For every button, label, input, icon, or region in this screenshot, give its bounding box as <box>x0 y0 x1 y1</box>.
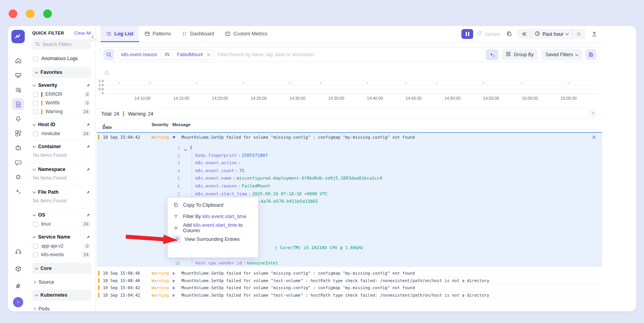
nav-rum-icon[interactable] <box>12 156 24 168</box>
no-items-label: No Items Found <box>32 151 91 161</box>
time-back-button[interactable] <box>518 29 531 39</box>
nav-ai-assist-icon[interactable] <box>12 185 24 197</box>
user-avatar[interactable] <box>13 297 23 307</box>
filter-group-header[interactable]: Severity <box>32 80 91 90</box>
nav-infrastructure-icon[interactable] <box>12 69 24 81</box>
filter-group-header[interactable]: Service Name <box>32 232 91 242</box>
x-axis-tick: 14:30:00 <box>289 96 306 101</box>
pin-icon[interactable] <box>86 83 90 88</box>
pause-button[interactable] <box>461 29 473 39</box>
nav-home-icon[interactable] <box>12 55 24 66</box>
filter-search-box[interactable] <box>32 39 91 50</box>
filter-chip[interactable]: k8s.event.reason IN FailedMount <box>117 50 214 60</box>
query-search-icon[interactable] <box>103 49 114 60</box>
log-row[interactable]: 10 Sep 15:08:46WarningMountVolume.SetUp … <box>97 277 602 284</box>
menu-item-add-k8s-event-start-time-to-column[interactable]: Add k8s.event.start_time to Column <box>168 222 258 233</box>
update-button[interactable]: Update <box>477 31 500 37</box>
anomalous-logs-row[interactable]: Anomalous Logs <box>32 53 91 65</box>
filter-group-header[interactable]: File Path <box>32 187 91 197</box>
filter-option-checkbox[interactable] <box>33 109 38 114</box>
filter-option-checkbox[interactable] <box>33 92 38 97</box>
pin-icon[interactable] <box>86 167 90 172</box>
expand-row-icon[interactable] <box>173 286 175 290</box>
saved-filters-dropdown[interactable]: Saved Filters <box>541 49 582 60</box>
collapse-row-icon[interactable] <box>172 136 176 139</box>
log-message: MountVolume.SetUp failed for volume "tes… <box>181 293 489 297</box>
menu-item-copy-to-clipboard[interactable]: Copy To Clipboard <box>168 199 258 211</box>
section-bar-kubernetes[interactable]: Kubernetes <box>32 290 91 301</box>
close-window-button[interactable] <box>9 9 17 18</box>
tab-patterns[interactable]: Patterns <box>139 26 177 42</box>
column-header-date[interactable]: Date <box>102 122 106 127</box>
expand-row-icon[interactable] <box>173 272 175 275</box>
nav-logs-icon[interactable] <box>12 98 24 110</box>
filter-group-header[interactable]: Namespace <box>32 164 91 174</box>
expand-row-icon[interactable] <box>173 279 175 283</box>
pin-icon[interactable] <box>86 190 90 195</box>
nav-settings-icon[interactable] <box>12 280 24 292</box>
nav-advanced-settings-icon[interactable] <box>12 171 24 183</box>
nav-support-icon[interactable] <box>12 246 24 257</box>
filter-option-warning[interactable]: Warning24 <box>32 107 91 116</box>
section-bar-core[interactable]: Core <box>32 263 91 274</box>
filter-option-error[interactable]: ERROR0 <box>32 90 91 99</box>
help-button[interactable]: ? <box>590 111 596 117</box>
filter-option-checkbox[interactable] <box>33 252 38 257</box>
filter-group-header[interactable]: OS <box>32 210 91 220</box>
time-range-dropdown[interactable]: Past hour <box>531 29 572 39</box>
nav-log-search-icon[interactable] <box>12 84 24 95</box>
clear-all-link[interactable]: Clear All <box>74 31 91 35</box>
filter-group-header[interactable]: Host ID <box>32 119 91 129</box>
filter-option-k8s-events[interactable]: k8s-events24 <box>32 250 91 259</box>
filter-option-checkbox[interactable] <box>33 222 38 227</box>
filter-option-linux[interactable]: linux24 <box>32 220 91 228</box>
search-filters-input[interactable] <box>42 42 86 47</box>
minimize-window-button[interactable] <box>26 9 35 18</box>
ai-query-button[interactable] <box>486 49 498 60</box>
maximize-window-button[interactable] <box>43 9 52 18</box>
tab-custom-metrics[interactable]: Custom Metrics <box>220 26 273 42</box>
filter-chip-remove-icon[interactable] <box>206 53 214 57</box>
log-row[interactable]: 10 Sep 15:04:42WarningMountVolume.SetUp … <box>97 284 602 292</box>
expand-row-icon[interactable] <box>173 294 175 297</box>
nav-synthetic-bot-icon[interactable] <box>12 142 24 154</box>
close-expanded-icon[interactable] <box>591 134 597 140</box>
collapsed-section-source[interactable]: Source <box>32 276 91 288</box>
log-row[interactable]: 10 Sep 15:08:46WarningMountVolume.SetUp … <box>97 270 602 277</box>
tab-log-list[interactable]: Log List <box>101 26 139 42</box>
column-header-message[interactable]: Message <box>172 122 190 127</box>
pin-icon[interactable] <box>86 123 90 127</box>
filter-option-checkbox[interactable] <box>33 244 38 249</box>
tab-dashboard[interactable]: Dashboard <box>176 26 220 42</box>
filter-option-warn[interactable]: WARN0 <box>32 99 91 107</box>
info-icon[interactable] <box>104 70 109 77</box>
filter-option-checkbox[interactable] <box>33 131 38 136</box>
search-icon <box>35 41 40 48</box>
column-header-severity[interactable]: Severity <box>152 122 168 127</box>
time-forward-button[interactable] <box>573 29 585 39</box>
log-search-input[interactable] <box>217 52 483 57</box>
section-bar-favorites[interactable]: Favorites <box>32 67 91 78</box>
expanded-log-row[interactable]: 10 Sep 15:04:42 Warning MountVolume.SetU… <box>97 133 602 142</box>
nav-install-icon[interactable] <box>12 263 24 275</box>
pin-icon[interactable] <box>86 145 90 149</box>
filter-group-header[interactable]: Container <box>32 141 91 151</box>
sidebar-collapse-button[interactable] <box>89 33 97 40</box>
copy-view-button[interactable] <box>504 29 514 39</box>
menu-item-view-surrounding-entries[interactable]: View Surrounding Entries <box>168 233 258 245</box>
filter-option-minikube[interactable]: minikube24 <box>32 129 91 138</box>
menu-item-filter-by-k8s-event-start-time[interactable]: Filter By k8s.event.start_time <box>168 211 258 222</box>
pin-icon[interactable] <box>86 235 90 239</box>
middleware-logo[interactable] <box>11 30 25 43</box>
log-row[interactable]: 10 Sep 15:04:42WarningMountVolume.SetUp … <box>97 292 602 299</box>
nav-dashboard-builder-icon[interactable] <box>12 127 24 139</box>
nav-alerts-icon[interactable] <box>12 113 24 125</box>
filter-option-checkbox[interactable] <box>33 101 38 106</box>
pin-icon[interactable] <box>86 213 90 217</box>
save-filter-button[interactable] <box>585 49 596 60</box>
export-button[interactable] <box>589 29 599 39</box>
anomalous-logs-checkbox[interactable] <box>33 56 38 61</box>
filter-option-app-api-v2[interactable]: app-api-v20 <box>32 242 91 250</box>
group-by-button[interactable]: Group By <box>501 49 538 60</box>
collapsed-section-pods[interactable]: Pods <box>32 303 91 311</box>
